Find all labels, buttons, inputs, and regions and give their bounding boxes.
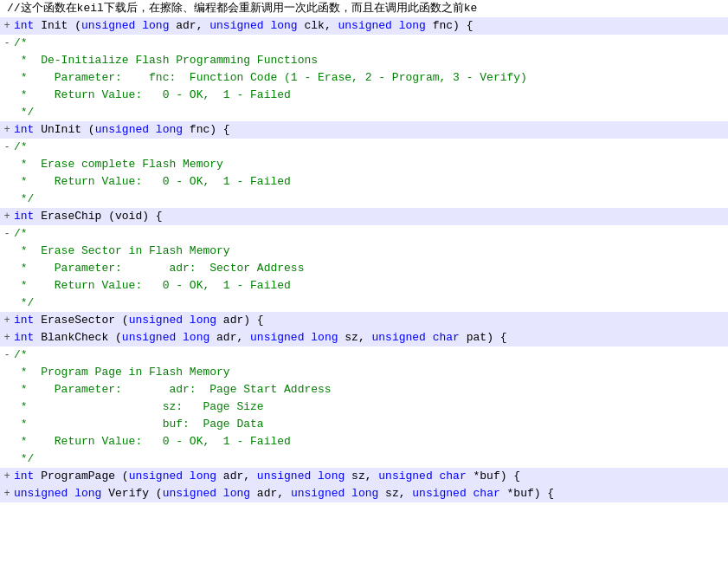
expand-icon-5[interactable]: + [0,330,14,346]
comment-deinit-2: * Parameter: fnc: Function Code (1 - Era… [14,70,728,86]
comment-line-deinit-1: * De-Initialize Flash Programming Functi… [0,52,728,69]
collapse-icon[interactable]: - [0,36,14,51]
comment-open-text-4: /* [14,347,728,363]
expand-icon[interactable]: + [0,18,14,34]
comment-line-uninit-1: * Erase complete Flash Memory [0,156,728,173]
verify-sig-content: unsigned long Verify (unsigned long adr,… [14,486,728,502]
erasechip-sig-content: int EraseChip (void) { [14,209,728,224]
comment-close-3: */ [0,295,728,312]
comment-line-blankcheck-1: * Program Page in Flash Memory [0,364,728,381]
comment-deinit-3: * Return Value: 0 - OK, 1 - Failed [14,87,728,103]
expand-icon-4[interactable]: + [0,313,14,328]
comment-open-1: - /* [0,35,728,52]
comment-close-text-4: */ [14,451,728,467]
comment-line-uninit-2: * Return Value: 0 - OK, 1 - Failed [0,173,728,191]
uninit-sig-content: int UnInit (unsigned long fnc) { [14,122,728,138]
top-comment-line: //这个函数在keil下载后，在擦除、编程都会重新调用一次此函数，而且在调用此函… [0,0,728,17]
collapse-icon-3[interactable]: - [0,226,14,242]
comment-open-4: - /* [0,347,728,364]
comment-erasechip-3: * Return Value: 0 - OK, 1 - Failed [14,278,728,294]
comment-line-blankcheck-4: * buf: Page Data [0,416,728,433]
comment-line-erasechip-2: * Parameter: adr: Sector Address [0,260,728,277]
expand-icon-2[interactable]: + [0,122,14,138]
comment-line-blankcheck-5: * Return Value: 0 - OK, 1 - Failed [0,433,728,450]
expand-icon-3[interactable]: + [0,209,14,224]
erasesector-sig-content: int EraseSector (unsigned long adr) { [14,313,728,328]
comment-blankcheck-4: * buf: Page Data [14,417,728,432]
code-editor: //这个函数在keil下载后，在擦除、编程都会重新调用一次此函数，而且在调用此函… [0,0,728,583]
comment-close-1: */ [0,104,728,121]
uninit-signature[interactable]: + int UnInit (unsigned long fnc) { [0,121,728,139]
comment-line-erasechip-3: * Return Value: 0 - OK, 1 - Failed [0,277,728,295]
comment-line-deinit-3: * Return Value: 0 - OK, 1 - Failed [0,87,728,104]
comment-uninit-2: * Return Value: 0 - OK, 1 - Failed [14,174,728,190]
programpage-sig-content: int ProgramPage (unsigned long adr, unsi… [14,469,728,484]
init-sig-content: int Init (unsigned long adr, unsigned lo… [14,18,728,34]
comment-close-text-1: */ [14,105,728,120]
comment-deinit-1: * De-Initialize Flash Programming Functi… [14,53,728,68]
comment-line-blankcheck-3: * sz: Page Size [0,398,728,416]
blankcheck-signature[interactable]: + int BlankCheck (unsigned long adr, uns… [0,329,728,347]
comment-blankcheck-2: * Parameter: adr: Page Start Address [14,382,728,398]
expand-icon-6[interactable]: + [0,469,14,484]
comment-line-blankcheck-2: * Parameter: adr: Page Start Address [0,381,728,398]
comment-open-text-2: /* [14,139,728,155]
comment-open-3: - /* [0,225,728,243]
blankcheck-sig-content: int BlankCheck (unsigned long adr, unsig… [14,330,728,346]
erasesector-signature[interactable]: + int EraseSector (unsigned long adr) { [0,312,728,329]
erasechip-signature[interactable]: + int EraseChip (void) { [0,208,728,225]
comment-close-4: */ [0,450,728,468]
comment-uninit-1: * Erase complete Flash Memory [14,157,728,172]
comment-line-erasechip-1: * Erase Sector in Flash Memory [0,243,728,260]
comment-blankcheck-3: * sz: Page Size [14,399,728,415]
comment-open-2: - /* [0,139,728,156]
comment-line-deinit-2: * Parameter: fnc: Function Code (1 - Era… [0,69,728,87]
comment-blankcheck-5: * Return Value: 0 - OK, 1 - Failed [14,434,728,450]
programpage-signature[interactable]: + int ProgramPage (unsigned long adr, un… [0,468,728,485]
comment-erasechip-1: * Erase Sector in Flash Memory [14,243,728,259]
expand-icon-7[interactable]: + [0,486,14,502]
collapse-icon-2[interactable]: - [0,139,14,155]
comment-close-text-2: */ [14,191,728,207]
comment-close-2: */ [0,191,728,208]
init-signature[interactable]: + int Init (unsigned long adr, unsigned … [0,17,728,35]
comment-open-text-3: /* [14,226,728,242]
comment-erasechip-2: * Parameter: adr: Sector Address [14,261,728,276]
collapse-icon-4[interactable]: - [0,347,14,363]
comment-open-text-1: /* [14,36,728,51]
top-comment-text: //这个函数在keil下载后，在擦除、编程都会重新调用一次此函数，而且在调用此函… [3,1,480,16]
verify-signature[interactable]: + unsigned long Verify (unsigned long ad… [0,485,728,502]
comment-close-text-3: */ [14,295,728,311]
comment-blankcheck-1: * Program Page in Flash Memory [14,365,728,380]
